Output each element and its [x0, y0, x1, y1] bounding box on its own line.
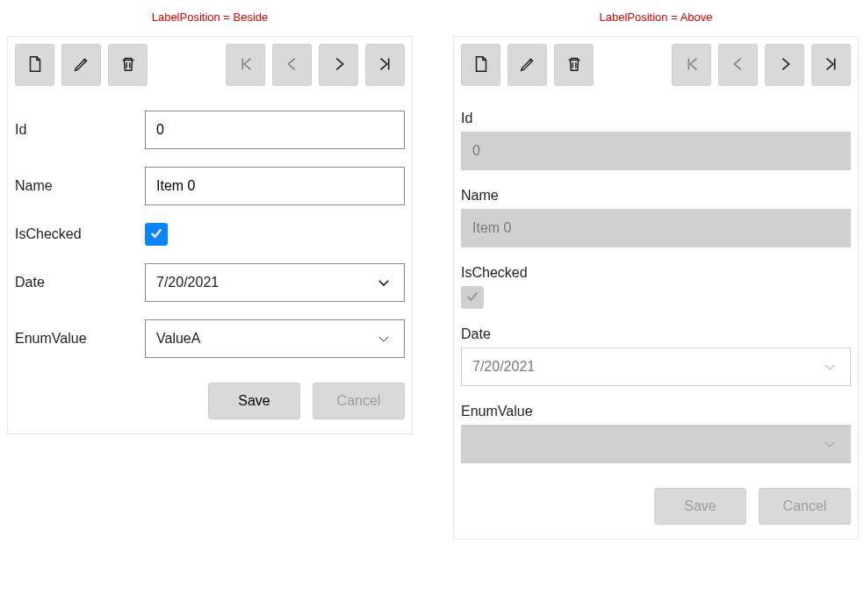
enum-label: EnumValue	[15, 331, 145, 347]
date-value: 7/20/2021	[472, 359, 535, 375]
first-button	[672, 44, 711, 86]
name-label: Name	[461, 188, 851, 204]
date-label: Date	[15, 275, 145, 290]
prev-button	[718, 44, 758, 86]
first-icon	[236, 54, 256, 76]
cancel-button: Cancel	[313, 383, 405, 419]
new-button[interactable]	[15, 44, 54, 86]
id-input[interactable]	[145, 111, 405, 149]
form-panel-beside: Id Name IsChecked	[7, 36, 413, 434]
chevron-right-icon	[775, 54, 795, 76]
caption-above: LabelPosition = Above	[453, 0, 859, 36]
check-icon	[148, 226, 164, 244]
enum-label: EnumValue	[461, 404, 851, 419]
ischecked-checkbox[interactable]	[145, 223, 168, 246]
cancel-button: Cancel	[759, 488, 851, 525]
enum-dropdown	[461, 425, 851, 463]
document-icon	[472, 54, 491, 76]
ischecked-label: IsChecked	[15, 226, 145, 242]
enum-value: ValueA	[156, 331, 200, 347]
next-button[interactable]	[319, 44, 358, 86]
save-button[interactable]: Save	[208, 383, 300, 419]
enum-dropdown[interactable]: ValueA	[145, 319, 405, 358]
chevron-left-icon	[283, 54, 302, 76]
pencil-icon	[518, 54, 537, 76]
first-icon	[682, 54, 702, 76]
form-panel-above: Id Name IsChecked Date 7/20/2021	[453, 36, 859, 540]
chevron-right-icon	[329, 54, 349, 76]
pencil-icon	[72, 54, 91, 76]
edit-button[interactable]	[61, 44, 101, 86]
check-icon	[464, 289, 480, 307]
chevron-down-icon	[820, 357, 839, 376]
delete-button[interactable]	[108, 44, 148, 86]
toolbar	[461, 44, 851, 86]
name-input[interactable]	[145, 167, 405, 205]
prev-button	[272, 44, 312, 86]
name-input	[461, 209, 851, 247]
last-icon	[822, 54, 841, 76]
last-icon	[376, 54, 395, 76]
first-button	[226, 44, 265, 86]
edit-button[interactable]	[508, 44, 547, 86]
caption-beside: LabelPosition = Beside	[7, 0, 413, 36]
date-value: 7/20/2021	[156, 275, 219, 290]
next-button[interactable]	[765, 44, 804, 86]
date-picker[interactable]: 7/20/2021	[145, 263, 405, 302]
trash-icon	[565, 54, 584, 76]
name-label: Name	[15, 178, 145, 194]
date-label: Date	[461, 326, 851, 342]
chevron-left-icon	[729, 54, 748, 76]
last-button[interactable]	[811, 44, 851, 86]
date-picker[interactable]: 7/20/2021	[461, 347, 851, 386]
last-button[interactable]	[365, 44, 405, 86]
document-icon	[25, 54, 45, 76]
id-label: Id	[461, 111, 851, 126]
id-label: Id	[15, 122, 145, 138]
chevron-down-icon	[374, 329, 393, 348]
save-button: Save	[654, 488, 746, 525]
delete-button[interactable]	[554, 44, 594, 86]
chevron-down-icon	[374, 273, 393, 292]
toolbar	[15, 44, 405, 86]
id-input	[461, 132, 851, 170]
trash-icon	[119, 54, 138, 76]
new-button[interactable]	[461, 44, 500, 86]
chevron-down-icon	[820, 434, 839, 454]
ischecked-label: IsChecked	[461, 265, 851, 281]
ischecked-checkbox	[461, 286, 484, 309]
